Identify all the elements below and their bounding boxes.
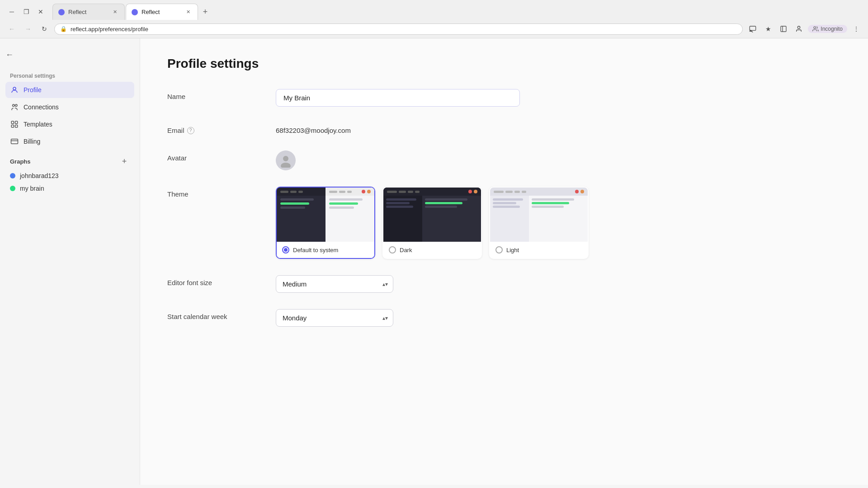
font-size-control: Small Medium Large ▴▾ <box>276 275 841 293</box>
theme-card-light[interactable]: Light <box>489 187 589 259</box>
back-nav-button[interactable]: ← <box>5 23 18 35</box>
svg-rect-11 <box>11 139 18 144</box>
graphs-section-header: Graphs + <box>5 150 134 169</box>
tab-close-1[interactable]: ✕ <box>111 8 119 16</box>
close-button[interactable]: ✕ <box>34 5 47 18</box>
add-graph-button[interactable]: + <box>119 156 130 167</box>
personal-settings-label: Personal settings <box>5 69 134 82</box>
graph-item-2[interactable]: my brain <box>5 182 134 195</box>
calendar-row: Start calendar week Sunday Monday Saturd… <box>167 309 841 327</box>
sidebar-toggle[interactable] <box>777 23 790 35</box>
maximize-button[interactable]: ❐ <box>20 5 33 18</box>
tab-favicon-1 <box>58 9 65 15</box>
font-size-row: Editor font size Small Medium Large ▴▾ <box>167 275 841 293</box>
lock-icon: 🔒 <box>60 26 67 32</box>
graph-item-1[interactable]: johnbarad123 <box>5 169 134 182</box>
email-row: Email ? 68f32203@moodjoy.com <box>167 123 841 134</box>
theme-radio-dark[interactable] <box>389 246 396 253</box>
theme-card-dark[interactable]: Dark <box>382 187 482 259</box>
menu-button[interactable]: ⋮ <box>850 23 863 35</box>
address-text: reflect.app/preferences/profile <box>71 26 148 33</box>
sidebar-item-templates[interactable]: Templates <box>5 116 134 132</box>
theme-label-light: Light <box>490 242 588 258</box>
toolbar-right: ★ Incognito ⋮ <box>746 23 863 35</box>
forward-nav-button[interactable]: → <box>22 23 34 35</box>
sidebar: ← Personal settings Profile Connections … <box>0 38 140 485</box>
svg-rect-1 <box>781 26 786 32</box>
name-input[interactable] <box>276 89 520 107</box>
theme-radio-light[interactable] <box>495 246 503 253</box>
profile-nav-label: Profile <box>24 86 42 94</box>
theme-radio-system[interactable] <box>282 246 289 253</box>
avatar-label: Avatar <box>167 150 258 162</box>
svg-point-12 <box>283 156 288 161</box>
bookmark-icon[interactable]: ★ <box>762 23 774 35</box>
avatar[interactable] <box>276 150 296 170</box>
name-control <box>276 89 841 107</box>
billing-nav-icon <box>10 137 19 146</box>
svg-point-3 <box>814 27 816 29</box>
calendar-select[interactable]: Sunday Monday Saturday <box>276 309 393 327</box>
app-container: ← Personal settings Profile Connections … <box>0 38 868 485</box>
email-value: 68f32203@moodjoy.com <box>276 123 841 134</box>
cast-icon[interactable] <box>746 23 759 35</box>
profile-nav-icon <box>10 85 19 94</box>
reload-button[interactable]: ↻ <box>38 23 51 35</box>
calendar-control: Sunday Monday Saturday ▴▾ <box>276 309 841 327</box>
sidebar-item-profile[interactable]: Profile <box>5 82 134 98</box>
browser-titlebar: ─ ❐ ✕ Reflect ✕ Reflect ✕ + <box>0 0 868 20</box>
theme-preview-system <box>277 188 374 242</box>
theme-label-dark: Dark <box>383 242 481 258</box>
font-size-select[interactable]: Small Medium Large <box>276 275 393 293</box>
graph-dot-2 <box>10 186 15 191</box>
theme-card-system[interactable]: Default to system <box>276 187 375 259</box>
browser-chrome: ─ ❐ ✕ Reflect ✕ Reflect ✕ + ← → ↻ 🔒 refl… <box>0 0 868 38</box>
connections-nav-icon <box>10 103 19 112</box>
incognito-label: Incognito <box>821 26 843 32</box>
svg-rect-9 <box>11 125 14 127</box>
tab-favicon-2 <box>132 9 138 15</box>
tab-close-2[interactable]: ✕ <box>184 8 192 16</box>
graphs-section-title: Graphs <box>10 158 31 165</box>
templates-nav-label: Templates <box>24 121 52 128</box>
back-button[interactable]: ← <box>5 47 20 62</box>
avatar-row: Avatar <box>167 150 841 170</box>
svg-point-6 <box>15 104 18 107</box>
theme-label-system: Default to system <box>277 242 374 258</box>
svg-rect-0 <box>750 26 756 30</box>
theme-cards: Default to system <box>276 187 841 259</box>
theme-control: Default to system <box>276 187 841 259</box>
font-size-label: Editor font size <box>167 275 258 286</box>
svg-rect-7 <box>11 121 14 123</box>
sidebar-item-connections[interactable]: Connections <box>5 99 134 115</box>
new-tab-button[interactable]: + <box>199 5 212 18</box>
theme-preview-light <box>490 188 588 242</box>
address-bar[interactable]: 🔒 reflect.app/preferences/profile <box>54 23 743 35</box>
svg-point-2 <box>798 26 800 28</box>
tab-label-2: Reflect <box>142 9 160 15</box>
avatar-control <box>276 150 841 170</box>
svg-point-13 <box>281 163 291 168</box>
graph-dot-1 <box>10 173 15 178</box>
graph-label-1: johnbarad123 <box>20 172 59 179</box>
window-controls: ─ ❐ ✕ <box>5 5 47 18</box>
tab-2[interactable]: Reflect ✕ <box>126 4 198 20</box>
name-label: Name <box>167 89 258 100</box>
connections-nav-label: Connections <box>24 103 59 111</box>
theme-label: Theme <box>167 187 258 198</box>
theme-preview-dark <box>383 188 481 242</box>
tabs-bar: Reflect ✕ Reflect ✕ + <box>52 4 212 20</box>
tab-1[interactable]: Reflect ✕ <box>52 4 125 20</box>
templates-nav-icon <box>10 120 19 129</box>
profile-icon[interactable] <box>793 23 805 35</box>
minimize-button[interactable]: ─ <box>5 5 18 18</box>
back-arrow-icon: ← <box>5 50 14 60</box>
sidebar-item-billing[interactable]: Billing <box>5 133 134 150</box>
name-row: Name <box>167 89 841 107</box>
calendar-select-wrapper: Sunday Monday Saturday ▴▾ <box>276 309 393 327</box>
calendar-label: Start calendar week <box>167 309 258 320</box>
email-help-icon[interactable]: ? <box>187 127 194 134</box>
email-label: Email ? <box>167 123 258 134</box>
page-title: Profile settings <box>167 56 841 71</box>
svg-rect-8 <box>15 121 18 123</box>
